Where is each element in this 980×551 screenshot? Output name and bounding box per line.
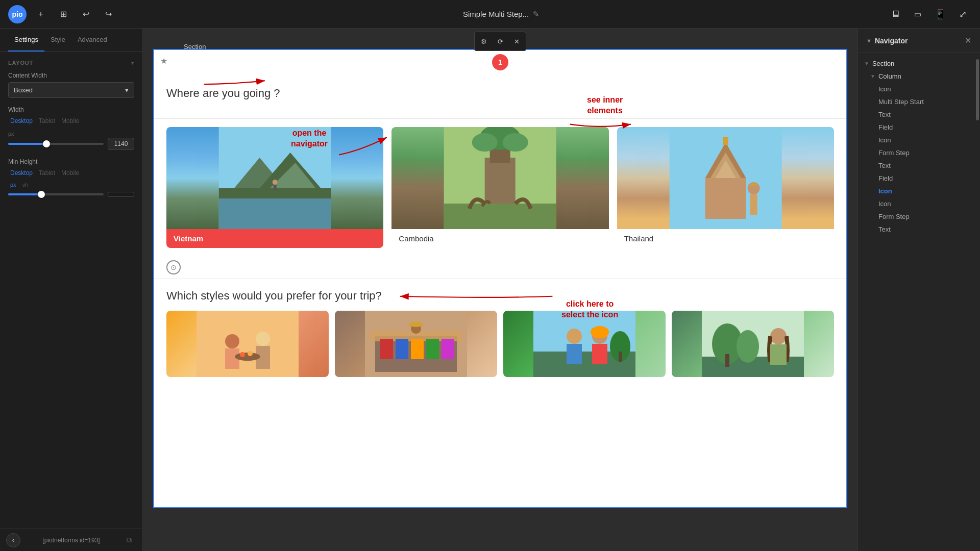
layers-button[interactable]: ⊞: [55, 6, 71, 22]
canvas-area: Section ⚙ ⟳ ✕ ★ 1 Where are you going ?: [143, 29, 857, 551]
svg-point-26: [256, 332, 270, 346]
navigator-panel: ▼ Navigator ✕ ▼ Section ▼ Column Icon Mu…: [857, 29, 980, 551]
width-slider-fill: [8, 143, 46, 145]
add-button[interactable]: +: [33, 6, 49, 22]
min-height-responsive-tabs: Desktop Tablet Mobile: [8, 168, 134, 178]
section2-title: Which styles would you prefer for your t…: [166, 289, 834, 303]
svg-point-31: [248, 351, 253, 356]
min-height-slider-thumb[interactable]: [38, 191, 45, 198]
svg-point-30: [240, 352, 245, 357]
nav-item-text-3[interactable]: Text: [858, 223, 980, 236]
mobile-tab[interactable]: Mobile: [59, 116, 81, 126]
navigator-header: ▼ Navigator ✕: [858, 29, 980, 53]
link-toolbar-btn[interactable]: ⟳: [493, 34, 507, 48]
layout-chevron[interactable]: ▾: [131, 60, 134, 66]
svg-point-58: [737, 330, 759, 363]
canvas-toolbar: ⚙ ⟳ ✕: [474, 32, 526, 51]
mobile-view-button[interactable]: 📱: [931, 5, 949, 23]
nav-item-formstep-1[interactable]: Form Step: [858, 146, 980, 159]
width-slider-track[interactable]: [8, 143, 104, 145]
svg-point-6: [273, 180, 278, 185]
redo-button[interactable]: ↪: [100, 6, 116, 22]
nav-item-field-1[interactable]: Field: [858, 121, 980, 134]
min-height-slider-track[interactable]: [8, 193, 104, 195]
nav-item-text-1[interactable]: Text: [858, 108, 980, 121]
nav-arrow-icon[interactable]: ⊙: [166, 260, 181, 274]
nav-item-multistep-start[interactable]: Multi Step Start: [858, 95, 980, 108]
min-height-slider-fill: [8, 193, 41, 195]
thailand-image: [617, 127, 834, 229]
breadcrumb: [piotnetforms id=193]: [24, 537, 118, 544]
desktop-tab[interactable]: Desktop: [8, 116, 35, 126]
navigator-close-button[interactable]: ✕: [962, 35, 974, 47]
logo[interactable]: pio: [8, 5, 27, 23]
expand-view-button[interactable]: ⤢: [953, 5, 972, 23]
tab-advanced[interactable]: Advanced: [71, 29, 113, 52]
nav-item-field-2[interactable]: Field: [858, 172, 980, 185]
destination-thailand[interactable]: Thailand: [617, 127, 834, 248]
width-slider-row: 1140: [8, 138, 134, 150]
px-unit-tab[interactable]: px: [8, 181, 18, 189]
mh-desktop-tab[interactable]: Desktop: [8, 168, 35, 178]
close-toolbar-btn[interactable]: ✕: [509, 34, 524, 48]
settings-toolbar-btn[interactable]: ⚙: [477, 34, 491, 48]
section2: Which styles would you prefer for your t…: [154, 279, 846, 387]
copy-button[interactable]: ⧉: [122, 533, 136, 547]
sidebar-content: LAYOUT ▾ Content Width Boxed ▾ Width Des…: [0, 52, 142, 529]
mh-tablet-tab[interactable]: Tablet: [37, 168, 57, 178]
width-slider-thumb[interactable]: [43, 140, 50, 147]
style-card-4[interactable]: [672, 311, 834, 377]
mh-mobile-tab[interactable]: Mobile: [59, 168, 81, 178]
nav-item-icon-1[interactable]: Icon: [858, 83, 980, 95]
content-width-select[interactable]: Boxed ▾: [8, 82, 134, 98]
navigator-scrollbar[interactable]: [976, 59, 979, 120]
form-section-1: Where are you going ?: [154, 77, 846, 119]
vh-unit-tab[interactable]: vh: [20, 181, 31, 189]
width-group: Width Desktop Tablet Mobile px 1140: [8, 106, 134, 150]
canvas-nav-row: ⊙: [154, 256, 846, 279]
destination-grid: Vietnam: [154, 119, 846, 256]
svg-rect-7: [274, 185, 277, 190]
tablet-view-button[interactable]: ▭: [909, 5, 927, 23]
style-card-3[interactable]: [503, 311, 666, 377]
star-icon[interactable]: ★: [160, 56, 167, 66]
style-card-2[interactable]: [335, 311, 497, 377]
min-height-label: Min Height: [8, 158, 134, 165]
tab-settings[interactable]: Settings: [8, 29, 44, 52]
select-chevron: ▾: [125, 86, 129, 94]
destination-vietnam[interactable]: Vietnam: [166, 127, 383, 248]
svg-rect-57: [725, 354, 729, 367]
nav-item-formstep-2[interactable]: Form Step: [858, 210, 980, 223]
nav-column-chevron: ▼: [870, 73, 875, 79]
edit-title-icon[interactable]: ✎: [533, 10, 540, 19]
style-img-1: [166, 311, 329, 377]
style-card-1[interactable]: [166, 311, 329, 377]
back-nav-button[interactable]: ‹: [6, 533, 20, 547]
svg-point-15: [503, 133, 528, 152]
destination-cambodia[interactable]: Cambodia: [391, 127, 608, 248]
nav-item-icon-3[interactable]: Icon: [858, 185, 980, 197]
tablet-tab[interactable]: Tablet: [37, 116, 57, 126]
nav-item-icon-4[interactable]: Icon: [858, 197, 980, 210]
nav-item-column[interactable]: ▼ Column: [858, 70, 980, 83]
navigator-title: ▼ Navigator: [866, 37, 908, 45]
nav-item-section[interactable]: ▼ Section: [858, 57, 980, 70]
min-height-input[interactable]: [108, 192, 134, 197]
min-height-group: Min Height Desktop Tablet Mobile px vh: [8, 158, 134, 197]
topbar-right: 🖥 ▭ 📱 ⤢: [886, 5, 972, 23]
svg-rect-21: [723, 137, 728, 145]
desktop-view-button[interactable]: 🖥: [886, 5, 904, 23]
undo-button[interactable]: ↩: [78, 6, 94, 22]
tab-style[interactable]: Style: [44, 29, 71, 52]
width-input[interactable]: 1140: [108, 138, 134, 150]
svg-point-29: [235, 353, 260, 361]
width-label: Width: [8, 106, 134, 113]
nav-item-text-2[interactable]: Text: [858, 159, 980, 172]
thailand-label: Thailand: [617, 229, 834, 248]
min-height-slider-row: [8, 192, 134, 197]
style-grid: [166, 311, 834, 377]
nav-item-icon-2[interactable]: Icon: [858, 134, 980, 146]
responsive-tabs: Desktop Tablet Mobile: [8, 116, 134, 126]
navigator-chevron: ▼: [866, 38, 872, 44]
cambodia-image: [391, 127, 608, 229]
